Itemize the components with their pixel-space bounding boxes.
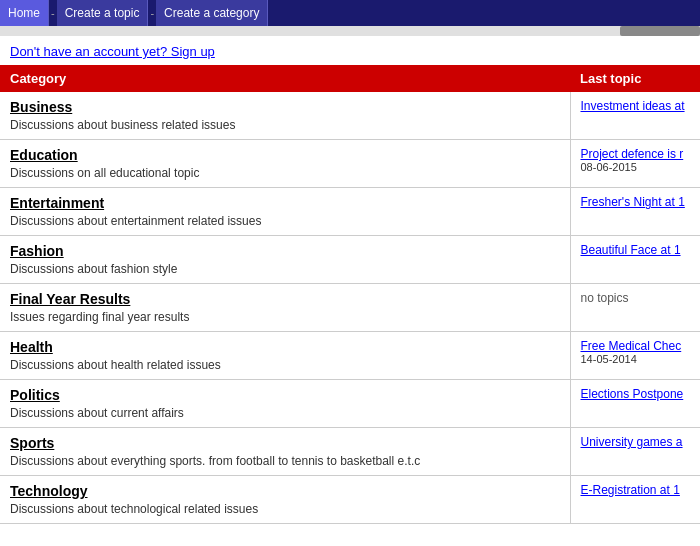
category-name[interactable]: Final Year Results bbox=[10, 291, 560, 307]
category-name[interactable]: Technology bbox=[10, 483, 560, 499]
table-row: BusinessDiscussions about business relat… bbox=[0, 92, 700, 140]
nav-sep-1: - bbox=[49, 0, 57, 26]
nav-sep-2: - bbox=[148, 0, 156, 26]
last-topic-cell: Elections Postpone bbox=[570, 380, 700, 428]
last-topic-link[interactable]: Elections Postpone bbox=[581, 387, 691, 401]
last-topic-cell: Free Medical Chec14-05-2014 bbox=[570, 332, 700, 380]
category-cell: SportsDiscussions about everything sport… bbox=[0, 428, 570, 476]
table-header: Category Last topic bbox=[0, 65, 700, 92]
last-topic-link[interactable]: Project defence is r bbox=[581, 147, 691, 161]
category-cell: TechnologyDiscussions about technologica… bbox=[0, 476, 570, 524]
category-desc: Discussions on all educational topic bbox=[10, 166, 199, 180]
last-topic-cell: Project defence is r08-06-2015 bbox=[570, 140, 700, 188]
category-cell: HealthDiscussions about health related i… bbox=[0, 332, 570, 380]
last-topic-link[interactable]: Fresher's Night at 1 bbox=[581, 195, 691, 209]
category-desc: Discussions about fashion style bbox=[10, 262, 177, 276]
navbar: Home - Create a topic - Create a categor… bbox=[0, 0, 700, 26]
table-row: Final Year ResultsIssues regarding final… bbox=[0, 284, 700, 332]
last-topic-link[interactable]: Investment ideas at bbox=[581, 99, 691, 113]
category-cell: EntertainmentDiscussions about entertain… bbox=[0, 188, 570, 236]
table-row: SportsDiscussions about everything sport… bbox=[0, 428, 700, 476]
category-cell: Final Year ResultsIssues regarding final… bbox=[0, 284, 570, 332]
category-cell: PoliticsDiscussions about current affair… bbox=[0, 380, 570, 428]
last-topic-link[interactable]: E-Registration at 1 bbox=[581, 483, 691, 497]
category-desc: Discussions about health related issues bbox=[10, 358, 221, 372]
category-cell: EducationDiscussions on all educational … bbox=[0, 140, 570, 188]
signup-link[interactable]: Don't have an account yet? Sign up bbox=[0, 36, 700, 65]
category-name[interactable]: Politics bbox=[10, 387, 560, 403]
table-row: TechnologyDiscussions about technologica… bbox=[0, 476, 700, 524]
last-topic-link[interactable]: Beautiful Face at 1 bbox=[581, 243, 691, 257]
table-row: FashionDiscussions about fashion styleBe… bbox=[0, 236, 700, 284]
scrollbar[interactable] bbox=[620, 26, 700, 36]
last-topic-cell: E-Registration at 1 bbox=[570, 476, 700, 524]
category-name[interactable]: Entertainment bbox=[10, 195, 560, 211]
last-topic-link[interactable]: Free Medical Chec bbox=[581, 339, 691, 353]
nav-home[interactable]: Home bbox=[0, 0, 49, 26]
category-desc: Discussions about technological related … bbox=[10, 502, 258, 516]
category-desc: Discussions about entertainment related … bbox=[10, 214, 261, 228]
category-cell: FashionDiscussions about fashion style bbox=[0, 236, 570, 284]
table-body: BusinessDiscussions about business relat… bbox=[0, 92, 700, 524]
category-name[interactable]: Health bbox=[10, 339, 560, 355]
last-topic-cell: Beautiful Face at 1 bbox=[570, 236, 700, 284]
table-row: PoliticsDiscussions about current affair… bbox=[0, 380, 700, 428]
category-name[interactable]: Education bbox=[10, 147, 560, 163]
category-desc: Discussions about current affairs bbox=[10, 406, 184, 420]
category-desc: Discussions about business related issue… bbox=[10, 118, 235, 132]
category-name[interactable]: Business bbox=[10, 99, 560, 115]
table-row: EntertainmentDiscussions about entertain… bbox=[0, 188, 700, 236]
last-topic-date: 08-06-2015 bbox=[581, 161, 691, 173]
last-topic-cell: Investment ideas at bbox=[570, 92, 700, 140]
category-desc: Issues regarding final year results bbox=[10, 310, 189, 324]
last-topic-cell: Fresher's Night at 1 bbox=[570, 188, 700, 236]
col-last-topic: Last topic bbox=[570, 65, 700, 92]
category-table: Category Last topic BusinessDiscussions … bbox=[0, 65, 700, 524]
no-topics-text: no topics bbox=[581, 291, 629, 305]
category-name[interactable]: Sports bbox=[10, 435, 560, 451]
nav-create-topic[interactable]: Create a topic bbox=[57, 0, 149, 26]
last-topic-cell: University games a bbox=[570, 428, 700, 476]
col-category: Category bbox=[0, 65, 570, 92]
category-name[interactable]: Fashion bbox=[10, 243, 560, 259]
last-topic-date: 14-05-2014 bbox=[581, 353, 691, 365]
category-desc: Discussions about everything sports. fro… bbox=[10, 454, 420, 468]
last-topic-cell: no topics bbox=[570, 284, 700, 332]
table-row: HealthDiscussions about health related i… bbox=[0, 332, 700, 380]
table-row: EducationDiscussions on all educational … bbox=[0, 140, 700, 188]
nav-create-category[interactable]: Create a category bbox=[156, 0, 268, 26]
category-cell: BusinessDiscussions about business relat… bbox=[0, 92, 570, 140]
last-topic-link[interactable]: University games a bbox=[581, 435, 691, 449]
